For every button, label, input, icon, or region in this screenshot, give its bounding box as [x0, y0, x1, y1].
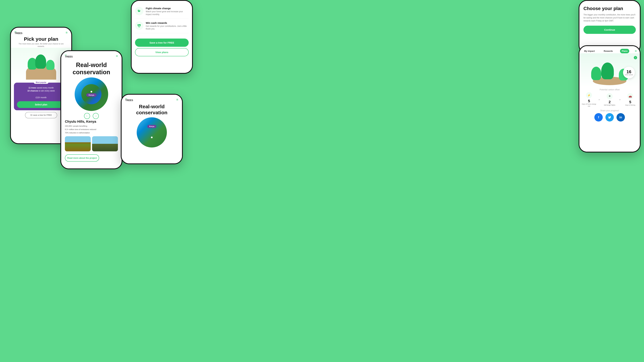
flights-num: 2 [608, 100, 611, 104]
hamburger-icon-6[interactable]: ≡ [635, 49, 637, 53]
tab-my-impact[interactable]: My impact [582, 49, 596, 53]
driving-icon: 🚗 [627, 93, 633, 99]
or-save-tree-button-1[interactable]: Or save a tree for FREE [25, 112, 57, 118]
plan-card-1: Most popular 11 trees saved every month … [14, 83, 68, 110]
kenya-badge-2: Kenya [86, 93, 96, 97]
phone-3-screen: MY TREES ≡ Real-world conservation Kenya [122, 95, 182, 163]
mytrees-logo-3: MY TREES [125, 98, 133, 101]
flights-icon: ✈ [606, 93, 613, 99]
feature-fight-climate: Fight climate change Watch your forest g… [135, 4, 189, 19]
hamburger-icon-3[interactable]: ≡ [176, 98, 178, 102]
read-more-button[interactable]: Read more about the project [65, 154, 99, 162]
tab-plans[interactable]: Plans [620, 49, 629, 53]
globe-2: Kenya [75, 77, 108, 111]
mytrees-logo-1: MY TREES [14, 31, 22, 34]
phone-2-screen: MY TREES ≡ Real-world conservation Kenya… [61, 51, 122, 168]
facebook-button[interactable]: f [594, 113, 603, 121]
feature-fight-text: Fight climate change Watch your forest g… [146, 7, 189, 16]
plan-price: £10/ month [17, 93, 65, 99]
linkedin-button[interactable]: in [616, 113, 625, 121]
choose-plan-title: Choose your plan [584, 6, 636, 11]
tree-center-1 [35, 54, 46, 69]
carbon-item-energy: ⚡ 5 Days of home energy use [581, 92, 597, 107]
globe-dot-2 [90, 91, 92, 92]
forest-tree-2 [601, 62, 614, 79]
stat-2: 6.2+ million tons of emissions reduced [65, 128, 118, 131]
continue-button[interactable]: Continue [584, 26, 636, 34]
select-plan-button[interactable]: Select plan [17, 101, 65, 108]
driving-num: 5 [629, 100, 631, 104]
trees-count-label: trees saved [625, 74, 633, 76]
win-rewards-desc: Get rewards for your contributions. Just… [146, 25, 189, 30]
hamburger-icon-1[interactable]: ≡ [66, 31, 68, 34]
phone-features: Fight climate change Watch your forest g… [131, 0, 193, 74]
stat-3: 75% reduction in deforestation [65, 131, 118, 135]
trophy-svg [137, 24, 141, 28]
tree-right-1 [46, 60, 54, 70]
chyulu-stats: 240,000+ people benefiting 6.2+ million … [61, 124, 122, 134]
per-month: / month [39, 96, 46, 99]
save-tree-button-4[interactable]: Save a tree for FREE [135, 38, 189, 47]
carbon-row: ⚡ 5 Days of home energy use or ✈ 2 Mid-l… [580, 92, 640, 107]
trees-bold: 11 trees [28, 87, 36, 89]
trophy-icon [135, 21, 144, 30]
or-label-1: or [598, 99, 600, 100]
trees-count-number: 16 [626, 69, 632, 74]
energy-label: Days of home energy use [581, 103, 597, 107]
most-popular-badge: Most popular [34, 81, 48, 84]
pick-plan-title: Pick your plan [11, 36, 71, 42]
tab-row: My impact Rewards Plans ≡ [580, 46, 640, 53]
feature-win-text: Win cash rewards Get rewards for your co… [146, 21, 189, 30]
win-rewards-title: Win cash rewards [146, 21, 189, 24]
conservation-title-2: Real-world conservation [64, 61, 118, 76]
flights-label: Mid-length flights [604, 104, 615, 106]
phone-6-screen: My impact Rewards Plans ≡ 16 trees saved… [580, 46, 640, 152]
globe-dot-3 [151, 137, 152, 138]
view-plans-button[interactable]: View plans [135, 48, 189, 56]
mytrees-logo-2: MY TREES [65, 54, 73, 58]
phone-3-header: MY TREES ≡ [122, 95, 182, 102]
next-arrow-2[interactable]: → [93, 113, 99, 119]
phone-conservation-partial: MY TREES ≡ Real-world conservation Kenya [121, 94, 183, 164]
feature-win-rewards: Win cash rewards Get rewards for your co… [135, 19, 189, 33]
hamburger-icon-2[interactable]: ≡ [116, 54, 118, 58]
twitter-icon [608, 116, 611, 119]
phone-4-screen: Fight climate change Watch your forest g… [132, 1, 192, 73]
stat-1: 240,000+ people benefiting [65, 124, 118, 128]
choose-plan-subtitle: The bigger your monthly contribution, th… [584, 13, 636, 22]
tab-rewards[interactable]: Rewards [602, 49, 614, 53]
twitter-button[interactable] [606, 113, 614, 121]
fight-climate-title: Fight climate change [146, 7, 189, 10]
chyulu-title: Chyulu Hills, Kenya [61, 120, 122, 123]
tree-scene-1 [23, 49, 60, 80]
prev-arrow-2[interactable]: ← [84, 113, 90, 119]
conservation-title-3: Real-world conservation [124, 104, 179, 116]
or-label-2: or [619, 99, 621, 100]
choose-plan-content: Choose your plan The bigger your monthly… [580, 1, 640, 37]
impact-forest: 16 trees saved i [580, 53, 640, 87]
feature-list: Fight climate change Watch your forest g… [132, 1, 192, 36]
phone-5-screen: Choose your plan The bigger your monthly… [580, 1, 640, 53]
driving-label: Days of driving [625, 104, 635, 106]
energy-icon: ⚡ [586, 92, 592, 98]
photo-mountain [92, 136, 118, 151]
phone-1-header: MY TREES ≡ [11, 28, 71, 34]
kenya-badge-3: Kenya [147, 125, 156, 128]
pick-plan-subtitle: The more trees you save, the better your… [11, 42, 71, 48]
phone-conservation-detail: MY TREES ≡ Real-world conservation Kenya… [60, 50, 122, 169]
chances-suffix: to win every week [39, 90, 55, 92]
photo-landscape [65, 136, 91, 151]
phone-my-impact: My impact Rewards Plans ≡ 16 trees saved… [578, 45, 641, 152]
potential-label: Potential carbon offset [580, 88, 640, 91]
trees-label-suffix: saved every month [37, 87, 54, 89]
chances-bold: 10 chances [27, 90, 38, 92]
share-label: Share your progress! [580, 109, 640, 112]
carbon-item-driving: 🚗 5 Days of driving [622, 93, 638, 106]
fist-svg [137, 9, 141, 13]
social-row: f in [580, 113, 640, 121]
energy-num: 5 [588, 99, 590, 103]
photos-row-2 [61, 135, 122, 153]
fist-icon [135, 7, 144, 15]
phone-2-header: MY TREES ≡ [61, 51, 122, 58]
info-icon[interactable]: i [634, 56, 637, 59]
